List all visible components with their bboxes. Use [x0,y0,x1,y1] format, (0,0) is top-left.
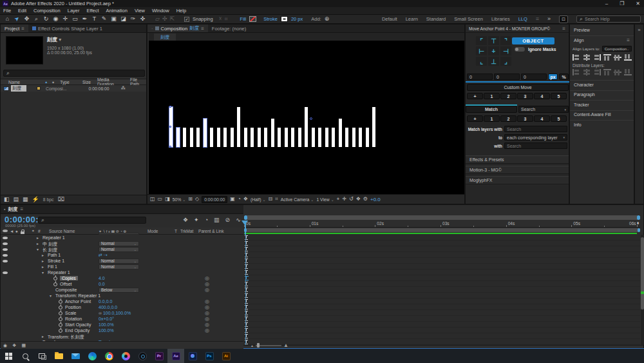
layer-row-fill-1[interactable]: ▸Fill 1Normal⌄ [1,264,243,270]
panel-header-info[interactable]: Info [570,120,634,128]
interpret-footage-icon[interactable]: ◧ [4,197,10,202]
align-left-icon[interactable] [573,54,580,61]
parent-link-icon[interactable]: ◎ [205,275,209,281]
stopwatch-icon[interactable] [59,317,62,321]
align-top-icon[interactable] [603,54,611,61]
layer-row-stroke-1[interactable]: ▸Stroke 1Normal⌄ [1,258,243,264]
twirl-icon[interactable]: ▸ [42,253,44,257]
twirl-icon[interactable]: ▸ [42,264,44,269]
expand-layers-icon[interactable]: ◉ [3,343,7,348]
label-color-swatch[interactable] [37,86,41,90]
stopwatch-icon[interactable] [53,282,57,286]
match-button-5[interactable]: 5 [551,115,567,122]
magnification-icon[interactable]: ▭ [158,197,163,202]
show-channels-icon[interactable]: ❖ [243,197,248,202]
tick-bar[interactable] [366,128,369,147]
selection-handle[interactable] [169,106,171,108]
audio-icon[interactable]: ◄ [10,229,14,233]
panel-header-motion-3-mg[interactable]: Motion-3 - MG© [466,166,569,174]
panel-menu-icon[interactable]: ≡ [201,26,204,32]
twirl-icon[interactable]: ▾ [37,247,39,251]
work-area-bar[interactable] [244,228,640,232]
property-name[interactable]: Repeater 1 [43,235,65,240]
scrollbar-thumb[interactable] [641,237,644,309]
column-type[interactable]: Type [60,80,70,84]
property-name[interactable]: Position [65,305,81,309]
property-value[interactable]: 100.0% [99,322,114,327]
blend-mode-dropdown[interactable]: Normal⌄ [99,247,139,252]
time-navigator-bar[interactable] [244,215,640,220]
close-button[interactable]: ✕ [636,1,640,6]
layer-row-anchor-point[interactable]: Anchor Point0.0,0.0◎ [1,299,243,304]
project-row-name[interactable]: 刻度 [11,85,26,92]
align-h-center-icon[interactable] [583,54,591,61]
twirl-icon[interactable]: ▸ [37,235,39,240]
mail-app[interactable] [67,349,84,363]
quick-move-button-1[interactable]: 1 [484,93,500,99]
workspace-tool-icon-1[interactable]: ▱ [155,16,160,22]
tab-footage[interactable]: Footage: (none) [208,25,250,32]
eye-icon[interactable] [3,248,8,251]
menu-item-composition[interactable]: Composition [33,8,61,14]
tick-bar[interactable] [359,128,362,147]
parent-link-icon[interactable]: ◎ [205,281,209,287]
comp-marker-bin-icon[interactable]: ⬧ [637,221,639,226]
trkmat-column[interactable]: TrkMat [180,229,193,233]
rotation-tool-icon[interactable]: ↻ [42,15,50,23]
align-v-center-icon[interactable] [614,54,621,61]
panel-menu-icon[interactable]: ≡ [627,37,630,43]
match-button-1[interactable]: 1 [484,115,500,122]
eye-icon[interactable] [3,254,8,257]
align-target-dropdown[interactable]: Composition⌄ [602,46,632,52]
zoom-track[interactable] [256,345,281,346]
distribute-2-icon[interactable] [583,69,591,75]
draft-3d-icon[interactable]: ✦ [194,217,199,223]
selection-handle[interactable] [169,126,171,128]
start-button[interactable] [0,349,17,363]
layer-row-repeater-1[interactable]: ▸Repeater 1 [1,235,243,240]
panel-header-tracker[interactable]: Tracker [570,100,634,108]
anchor-bottom-icon[interactable]: ⊥ [488,57,499,66]
column-size[interactable]: Size [82,80,91,84]
solo-icon[interactable]: ● [15,229,18,233]
layer-row-offset[interactable]: Offset0.0◎ [1,281,243,287]
twirl-icon[interactable]: ▾ [50,293,52,298]
color-depth-label[interactable]: 8 bpc [43,197,54,202]
panel-menu-icon[interactable]: ≡ [21,26,24,32]
stroke-swatch[interactable] [281,16,288,22]
after-effects[interactable]: Ae [167,349,184,363]
project-item-row[interactable]: 刻度 Composi... 0:00:06:00 ⁂ [1,85,146,92]
panel-header-effects-presets[interactable]: Effects & Presets [466,155,569,164]
roi-icon[interactable]: ⊞ [188,197,193,202]
value-text[interactable]: 4.0 [99,276,105,280]
eye-icon[interactable] [3,260,8,262]
ignore-masks-toggle[interactable] [515,47,525,52]
distribute-1-icon[interactable] [573,69,580,75]
tick-bar[interactable] [278,128,281,147]
transparency-grid-icon[interactable]: ◇ [195,197,199,202]
type-tool-icon[interactable]: T [90,15,99,23]
pan-behind-tool-icon[interactable]: ✛ [61,15,70,23]
panel-header-character[interactable]: Character [570,80,634,88]
zoom-thumb[interactable] [257,343,260,348]
property-value[interactable]: 0.0,0.0 [99,299,112,304]
value-text[interactable]: 0.0 [99,282,105,286]
distribute-4-icon[interactable] [603,69,611,75]
lock-icon[interactable] [21,231,24,234]
stopwatch-icon[interactable] [59,311,62,315]
tick-bar[interactable] [204,119,207,147]
panel-menu-icon[interactable]: ≡ [562,26,565,32]
object-button[interactable]: OBJECT [512,37,554,44]
show-snapshot-icon[interactable]: ◔ [238,197,241,202]
tick-bar[interactable] [291,128,294,147]
roto-brush-tool-icon[interactable]: ✑ [129,15,137,23]
tick-bar[interactable] [183,128,186,147]
comp-mini-flowchart-icon[interactable]: ❖ [183,217,188,223]
offset-input-1[interactable]: 0 [467,74,493,80]
trash-icon[interactable]: ⌧ [57,197,64,202]
value-text[interactable]: 100.0% [99,322,114,327]
tick-bar[interactable] [237,107,240,147]
menu-item-window[interactable]: Window [152,8,169,14]
tick-bar[interactable] [251,128,254,147]
tick-bar[interactable] [196,128,200,147]
